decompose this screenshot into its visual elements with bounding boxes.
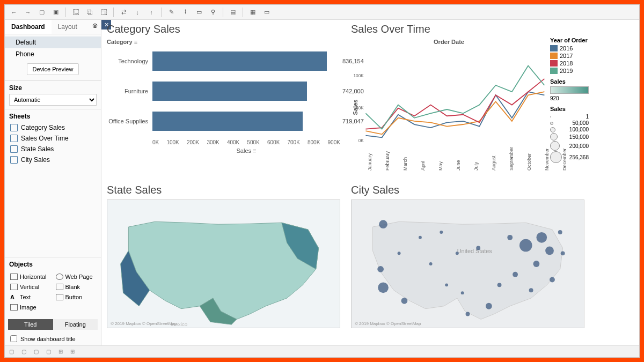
present-icon[interactable]: ▭: [261, 7, 273, 18]
sheet-label: City Sales: [21, 156, 50, 164]
back-icon[interactable]: ←: [8, 7, 20, 18]
bar-chart: Technology 836,154Furniture 742,000Offic…: [107, 49, 340, 133]
duplicate-icon[interactable]: ⿻: [84, 7, 96, 18]
sort-desc-icon[interactable]: ↑: [145, 7, 157, 18]
pin-icon[interactable]: ⚲: [207, 7, 219, 18]
image-icon: [10, 304, 18, 311]
main-toolbar: ← → ▢ ▣ ⿺ ⿻ ⿹ ⇄ ↓ ↑ ✎ ⌇ ▭ ⚲ ▤ ▦ ▭: [5, 5, 639, 20]
highlight-icon[interactable]: ✎: [165, 7, 177, 18]
panel-category-sales[interactable]: Category Sales Category ≡ Technology 836…: [101, 20, 346, 181]
year-legend-title: Year of Order: [550, 37, 589, 43]
bar-category-label: Technology: [107, 58, 152, 64]
svg-point-24: [461, 291, 464, 294]
size-section-title: Size: [9, 84, 97, 92]
obj-image[interactable]: Image: [9, 303, 52, 312]
show-me-icon[interactable]: ▦: [247, 7, 259, 18]
blank-icon: [56, 284, 63, 290]
fit-icon[interactable]: ▭: [193, 7, 205, 18]
svg-point-9: [466, 312, 470, 316]
sheet-city-sales[interactable]: City Sales: [9, 154, 97, 165]
bar-fill: 836,154: [152, 51, 327, 71]
worksheet-icon: [10, 124, 18, 131]
panel-sales-over-time[interactable]: Sales Over Time Order Date Sales 0K50K10…: [346, 20, 590, 181]
panel-state-sales[interactable]: State Sales Mexico © 2019 Mapbox © OpenS…: [101, 181, 346, 345]
svg-point-21: [456, 252, 459, 255]
button-icon: [56, 294, 63, 300]
city-sales-title: City Sales: [351, 184, 584, 196]
size-legend: 150,000100,000150,000200,000256,368: [550, 114, 589, 163]
sheet-label: Category Sales: [21, 124, 65, 131]
svg-point-6: [377, 266, 384, 272]
new-worksheet-icon[interactable]: ⿺: [70, 7, 82, 18]
vertical-icon: [10, 284, 18, 290]
panel-city-sales[interactable]: City Sales United States © 2019 Mapbox ©…: [346, 181, 590, 345]
show-dashboard-title-checkbox[interactable]: Show dashboard title: [5, 332, 101, 345]
bar-fill: 719,047: [152, 112, 303, 131]
bar-x-axis-label: Sales ≡: [152, 147, 340, 154]
clear-icon[interactable]: ⿹: [98, 7, 109, 18]
category-axis-label: Category ≡: [107, 39, 340, 45]
worksheet-icon: [10, 135, 18, 142]
legend-year-2016[interactable]: 2016: [550, 45, 589, 51]
dashboard-canvas[interactable]: ✕ Category Sales Category ≡ Technology 8…: [101, 20, 639, 345]
svg-point-28: [558, 230, 562, 234]
device-phone[interactable]: Phone: [5, 48, 101, 60]
text-icon: A: [10, 294, 18, 300]
svg-point-23: [445, 283, 448, 286]
save-icon[interactable]: ▢: [36, 7, 48, 18]
worksheet-icon: [10, 145, 18, 153]
order-date-label: Order Date: [351, 39, 547, 45]
svg-point-13: [545, 247, 554, 255]
city-map[interactable]: United States © 2019 Mapbox © OpenStreet…: [351, 200, 584, 328]
svg-point-18: [550, 277, 555, 283]
legend-year-2019[interactable]: 2019: [550, 68, 589, 74]
sheet-sales-over-time[interactable]: Sales Over Time: [9, 133, 97, 144]
device-preview-button[interactable]: Device Preview: [27, 63, 79, 75]
sales-gradient-title: Sales: [550, 78, 589, 85]
state-sales-title: State Sales: [107, 184, 340, 196]
horizontal-icon: [10, 274, 18, 280]
obj-webpage[interactable]: Web Page: [55, 272, 97, 281]
size-select[interactable]: Automatic: [9, 94, 97, 106]
sort-asc-icon[interactable]: ↓: [131, 7, 143, 18]
size-legend-title: Sales: [550, 106, 589, 112]
obj-blank[interactable]: Blank: [55, 283, 97, 291]
format-icon[interactable]: ▤: [227, 7, 239, 18]
show-title-input[interactable]: [10, 335, 17, 342]
legend-year-2018[interactable]: 2018: [550, 60, 589, 67]
map-credit: © 2019 Mapbox © OpenStreetMap: [111, 321, 177, 326]
swap-icon[interactable]: ⇄: [118, 7, 129, 18]
tab-layout[interactable]: Layout: [52, 20, 84, 34]
svg-text:0K: 0K: [358, 138, 364, 143]
obj-vertical[interactable]: Vertical: [9, 283, 52, 291]
left-sidebar: Dashboard Layout ⦿ Default Phone Device …: [5, 20, 101, 345]
svg-point-15: [513, 272, 518, 277]
sheet-category-sales[interactable]: Category Sales: [9, 122, 97, 133]
svg-point-19: [486, 303, 492, 309]
sheet-state-sales[interactable]: State Sales: [9, 144, 97, 154]
svg-text:United States: United States: [457, 248, 493, 254]
obj-text[interactable]: AText: [9, 293, 52, 301]
line-x-axis: JanuaryFebruaryMarchAprilMayJuneJulyAugu…: [367, 163, 547, 168]
pin-sidebar-icon[interactable]: ⦿: [89, 20, 101, 34]
obj-button[interactable]: Button: [55, 293, 97, 301]
attach-icon[interactable]: ⌇: [179, 7, 191, 18]
svg-point-12: [536, 232, 547, 243]
svg-point-17: [529, 288, 533, 292]
state-map[interactable]: Mexico © 2019 Mapbox © OpenStreetMap: [107, 200, 340, 328]
svg-point-5: [379, 220, 387, 228]
bar-category-label: Furniture: [107, 88, 152, 94]
bar-x-axis: 0K100K200K300K400K500K600K700K800K900K: [152, 139, 340, 145]
bar-category-label: Office Supplies: [107, 118, 152, 124]
legend-year-2017[interactable]: 2017: [550, 53, 589, 59]
tab-dashboard[interactable]: Dashboard: [5, 20, 52, 34]
sheet-label: State Sales: [21, 145, 54, 153]
tiled-toggle[interactable]: Tiled: [8, 319, 53, 330]
forward-icon[interactable]: →: [22, 7, 34, 18]
floating-toggle[interactable]: Floating: [53, 319, 98, 330]
bottom-sheet-tabs[interactable]: ▢▢▢▢⊞⊞: [5, 345, 639, 357]
svg-point-26: [440, 231, 443, 234]
revert-icon[interactable]: ▣: [50, 7, 62, 18]
obj-horizontal[interactable]: Horizontal: [9, 272, 52, 281]
device-default[interactable]: Default: [5, 36, 101, 48]
